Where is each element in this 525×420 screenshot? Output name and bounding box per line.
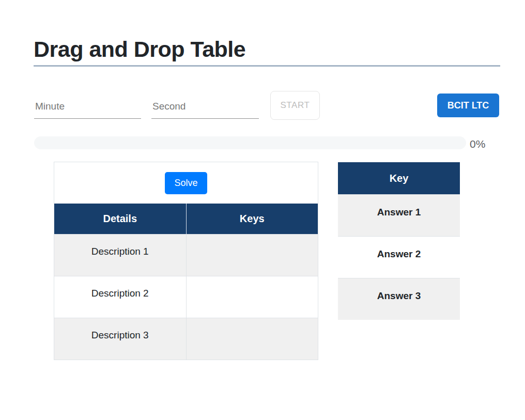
title-divider <box>34 65 500 67</box>
page: Drag and Drop Table START BCIT LTC 0% So… <box>0 0 525 420</box>
column-header-keys: Keys <box>186 204 318 234</box>
bcit-ltc-button[interactable]: BCIT LTC <box>437 94 499 117</box>
key-drop-cell[interactable] <box>186 276 318 318</box>
description-cell: Description 3 <box>54 318 186 360</box>
answer-item[interactable]: Answer 1 <box>338 194 460 236</box>
solve-button[interactable]: Solve <box>165 172 207 194</box>
page-title: Drag and Drop Table <box>34 37 245 62</box>
description-cell: Description 2 <box>54 276 186 318</box>
answer-item[interactable]: Answer 3 <box>338 278 460 320</box>
second-input[interactable] <box>151 97 259 119</box>
progress-percent-label: 0% <box>470 138 485 150</box>
progress-bar <box>34 136 466 149</box>
drag-drop-table: Solve Details Keys Description 1 Descrip… <box>54 162 318 360</box>
answer-key-table: Key Answer 1 Answer 2 Answer 3 <box>338 162 460 320</box>
answer-item[interactable]: Answer 2 <box>338 236 460 278</box>
key-table-header: Key <box>338 162 460 194</box>
minute-input[interactable] <box>34 97 141 119</box>
table-row: Description 3 <box>54 318 318 360</box>
key-drop-cell[interactable] <box>186 318 318 360</box>
start-button[interactable]: START <box>270 91 320 120</box>
table-row: Description 1 <box>54 234 318 276</box>
solve-section: Solve <box>54 162 318 204</box>
table-row: Description 2 <box>54 276 318 318</box>
column-header-details: Details <box>54 204 186 234</box>
table-header-row: Details Keys <box>54 204 318 234</box>
key-drop-cell[interactable] <box>186 235 318 276</box>
description-cell: Description 1 <box>54 235 186 276</box>
